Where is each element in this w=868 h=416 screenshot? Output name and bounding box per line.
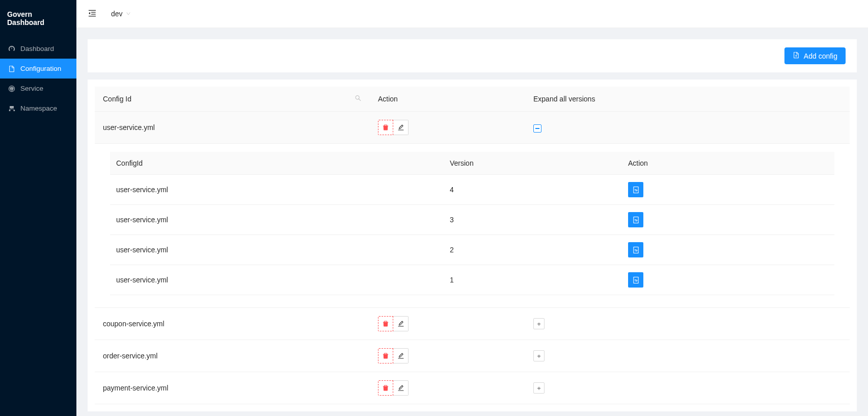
delete-button[interactable] [378, 316, 393, 331]
edit-button[interactable] [393, 316, 409, 331]
nested-cell-action [622, 205, 834, 235]
nested-column-version: Version [444, 152, 622, 175]
column-header-expand: Expand all versions [525, 87, 850, 112]
chevron-down-icon [126, 10, 131, 18]
version-row: user-service.yml 4 [110, 175, 834, 205]
sidebar-item-label: Service [20, 85, 43, 92]
rollback-button[interactable] [628, 212, 643, 227]
nested-cell-version: 3 [444, 205, 622, 235]
environment-value: dev [111, 10, 123, 18]
cell-action [370, 308, 525, 340]
rollback-button[interactable] [628, 182, 643, 197]
cell-config-id: coupon-service.yml [95, 308, 370, 340]
sidebar-item-dashboard[interactable]: Dashboard [0, 39, 76, 59]
cell-config-id: payment-service.yml [95, 372, 370, 404]
global-icon [8, 85, 15, 92]
cell-expand: + [525, 308, 850, 340]
cell-config-id: user-service.yml [95, 112, 370, 144]
config-table-card: Config Id Action Expand all versions [88, 80, 857, 411]
delete-button[interactable] [378, 380, 393, 396]
cell-expand: + [525, 340, 850, 372]
table-row: payment-service.yml [95, 372, 850, 404]
nested-cell-action [622, 235, 834, 265]
cell-action [370, 372, 525, 404]
content: Add config Config Id Action [76, 28, 868, 416]
app-title: Govern Dashboard [0, 0, 76, 39]
collapse-row-button[interactable] [533, 124, 541, 133]
nested-cell-config-id: user-service.yml [110, 235, 444, 265]
version-row: user-service.yml 3 [110, 205, 834, 235]
dashboard-icon [8, 45, 15, 53]
sidebar-item-namespace[interactable]: Namespace [0, 98, 76, 118]
environment-select[interactable]: dev [111, 10, 131, 18]
edit-button[interactable] [393, 120, 409, 135]
sidebar-item-label: Dashboard [20, 45, 54, 53]
versions-table: ConfigId Version Action user-service.yml [110, 152, 834, 295]
delete-button[interactable] [378, 120, 393, 135]
topbar: dev [76, 0, 868, 28]
nested-cell-action [622, 175, 834, 205]
rollback-button[interactable] [628, 242, 643, 257]
table-row: order-service.yml [95, 340, 850, 372]
main: dev Add config [76, 0, 868, 416]
expand-row-button[interactable]: + [533, 382, 545, 394]
file-icon [8, 65, 15, 72]
nested-cell-version: 2 [444, 235, 622, 265]
nested-cell-action [622, 265, 834, 295]
sidebar-item-label: Configuration [20, 65, 61, 72]
version-row: user-service.yml 2 [110, 235, 834, 265]
cluster-icon [8, 105, 15, 112]
sidebar: Govern Dashboard Dashboard Configuration… [0, 0, 76, 416]
cell-expand [525, 112, 850, 144]
search-icon[interactable] [355, 95, 362, 103]
nested-cell-config-id: user-service.yml [110, 175, 444, 205]
edit-button[interactable] [393, 348, 409, 363]
sidebar-item-service[interactable]: Service [0, 79, 76, 98]
add-config-button[interactable]: Add config [784, 47, 846, 64]
nested-cell-version: 1 [444, 265, 622, 295]
nested-column-config-id: ConfigId [110, 152, 444, 175]
version-row: user-service.yml 1 [110, 265, 834, 295]
cell-action [370, 112, 525, 144]
config-table: Config Id Action Expand all versions [95, 87, 850, 404]
sidebar-menu: Dashboard Configuration Service Namespac… [0, 39, 76, 118]
file-add-icon [793, 51, 800, 60]
nested-cell-config-id: user-service.yml [110, 265, 444, 295]
sidebar-item-label: Namespace [20, 105, 57, 112]
sidebar-item-configuration[interactable]: Configuration [0, 59, 76, 79]
expand-row-button[interactable]: + [533, 350, 545, 361]
rollback-button[interactable] [628, 272, 643, 288]
nested-column-action: Action [622, 152, 834, 175]
edit-button[interactable] [393, 380, 409, 396]
cell-expand: + [525, 372, 850, 404]
nested-table-row: ConfigId Version Action user-service.yml [95, 144, 850, 308]
column-header-action: Action [370, 87, 525, 112]
table-row: coupon-service.yml [95, 308, 850, 340]
delete-button[interactable] [378, 348, 393, 363]
expand-row-button[interactable]: + [533, 318, 545, 329]
table-row: user-service.yml [95, 112, 850, 144]
menu-fold-icon[interactable] [88, 9, 97, 19]
add-config-label: Add config [804, 52, 837, 60]
nested-cell-config-id: user-service.yml [110, 205, 444, 235]
cell-action [370, 340, 525, 372]
toolbar: Add config [88, 39, 857, 72]
cell-config-id: order-service.yml [95, 340, 370, 372]
nested-cell-version: 4 [444, 175, 622, 205]
column-header-config-id: Config Id [95, 87, 370, 112]
